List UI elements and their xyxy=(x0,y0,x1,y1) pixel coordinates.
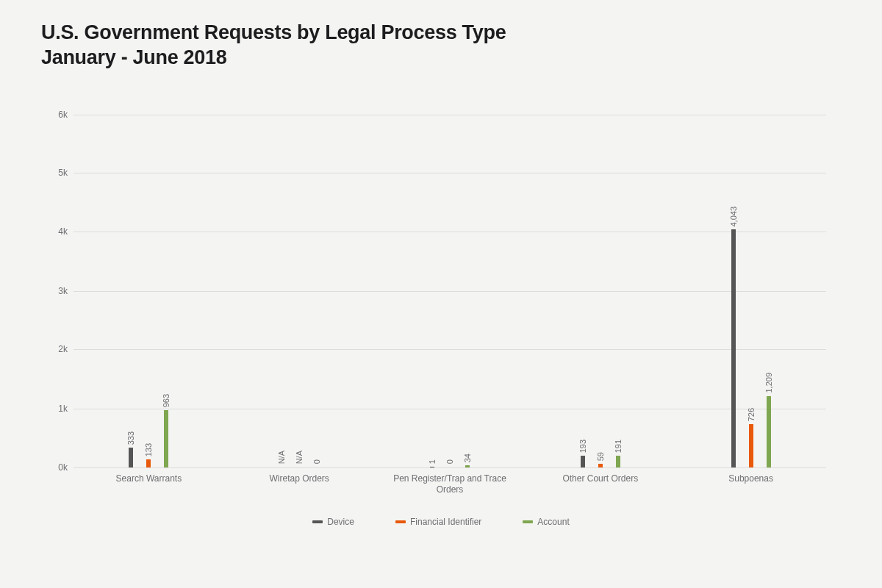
y-tick-label: 5k xyxy=(41,168,68,178)
bar-column: 133 xyxy=(143,443,154,467)
bar xyxy=(581,456,585,467)
legend-item: Device xyxy=(312,517,354,527)
bar-column: 0 xyxy=(312,459,322,467)
bar-value-label: 191 xyxy=(614,440,623,453)
bar xyxy=(129,448,133,467)
bar-column: 726 xyxy=(746,408,756,467)
bar-value-label: 963 xyxy=(162,394,171,407)
legend-swatch xyxy=(312,520,323,523)
bar-column: 0 xyxy=(445,459,455,467)
bar-value-label: N/A xyxy=(277,451,286,464)
bar xyxy=(749,424,753,467)
x-axis-labels: Search WarrantsWiretap OrdersPen Registe… xyxy=(74,473,826,496)
bar-group: 333133963 xyxy=(74,115,224,467)
legend-item: Account xyxy=(523,517,569,527)
bar-value-label: 726 xyxy=(747,408,756,421)
title-line-2: January - June 2018 xyxy=(41,46,226,68)
bar-value-label: 193 xyxy=(578,440,587,453)
legend-label: Device xyxy=(327,517,354,527)
chart-title: U.S. Government Requests by Legal Proces… xyxy=(41,21,841,71)
bar-value-label: 0 xyxy=(312,459,321,464)
bar-column: N/A xyxy=(276,451,287,467)
bar-column: 193 xyxy=(578,440,588,467)
bar-column: 4,043 xyxy=(728,207,739,467)
bar-column: 333 xyxy=(126,431,136,467)
legend: DeviceFinancial IdentifierAccount xyxy=(41,517,841,527)
y-tick-label: 3k xyxy=(41,286,68,296)
legend-item: Financial Identifier xyxy=(395,517,481,527)
legend-label: Financial Identifier xyxy=(410,517,481,527)
bar-group: 1034 xyxy=(375,115,526,467)
bar xyxy=(465,465,470,467)
chart: 0k1k2k3k4k5k6k 333133963N/AN/A0103419359… xyxy=(41,115,841,527)
bar-column: 34 xyxy=(462,453,473,467)
bar-column: 59 xyxy=(595,452,606,467)
y-tick-label: 1k xyxy=(41,404,68,414)
plot-area: 0k1k2k3k4k5k6k 333133963N/AN/A0103419359… xyxy=(74,115,826,467)
bar-value-label: 333 xyxy=(126,431,135,445)
bar-value-label: 1,209 xyxy=(764,373,773,393)
bar-value-label: 133 xyxy=(144,443,153,456)
x-axis-label: Pen Register/Trap and Trace Orders xyxy=(375,473,526,496)
y-tick-label: 2k xyxy=(41,344,68,354)
legend-swatch xyxy=(523,520,533,523)
legend-label: Account xyxy=(537,517,569,527)
gridline xyxy=(74,467,826,468)
bar-value-label: 59 xyxy=(596,452,605,461)
bar xyxy=(146,459,151,467)
bar-value-label: 1 xyxy=(428,459,437,464)
bar xyxy=(767,396,771,467)
bar-value-label: 34 xyxy=(463,453,472,462)
bar xyxy=(164,410,168,467)
x-axis-label: Wiretap Orders xyxy=(224,473,375,496)
bar-value-label: 4,043 xyxy=(729,207,738,227)
y-tick-label: 0k xyxy=(41,462,68,473)
x-axis-label: Subpoenas xyxy=(675,473,826,496)
title-line-1: U.S. Government Requests by Legal Proces… xyxy=(41,21,506,43)
bar xyxy=(598,464,603,467)
bar-value-label: 0 xyxy=(445,459,454,464)
bar-column: 191 xyxy=(613,440,623,467)
x-axis-label: Search Warrants xyxy=(74,473,224,496)
bar-column: 1 xyxy=(427,459,437,467)
bar-group: N/AN/A0 xyxy=(224,115,375,467)
bar-column: 1,209 xyxy=(764,373,774,467)
bar-group: 4,0437261,209 xyxy=(675,115,826,467)
bar-value-label: N/A xyxy=(295,451,304,464)
x-axis-label: Other Court Orders xyxy=(525,473,675,496)
legend-swatch xyxy=(395,520,406,523)
y-tick-label: 6k xyxy=(41,110,68,120)
bar-column: 963 xyxy=(161,394,171,467)
bar-group: 19359191 xyxy=(525,115,675,467)
bar-groups: 333133963N/AN/A01034193591914,0437261,20… xyxy=(74,115,826,467)
bar-column: N/A xyxy=(294,451,304,467)
y-tick-label: 4k xyxy=(41,226,68,237)
bar xyxy=(616,456,620,467)
bar xyxy=(731,229,736,467)
